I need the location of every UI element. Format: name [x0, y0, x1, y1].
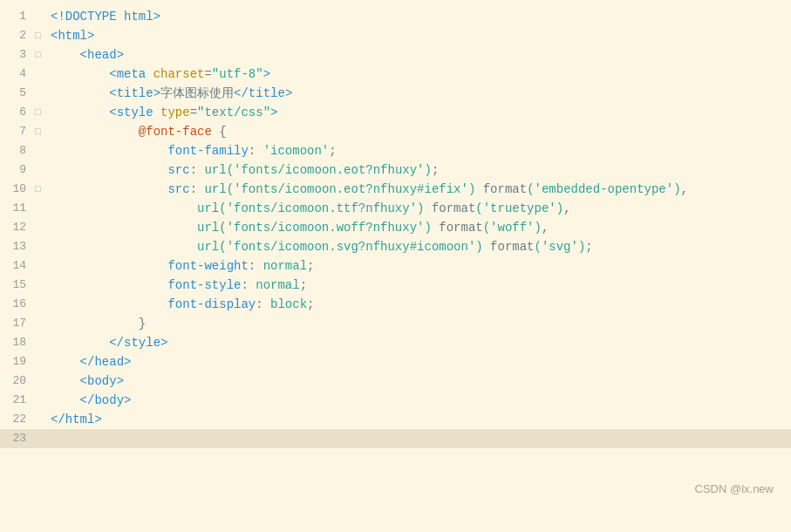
- line-number: 11: [0, 199, 35, 218]
- code-line: 2□<html>: [0, 26, 791, 45]
- code-content: font-style: normal;: [47, 276, 791, 295]
- code-content: </head>: [47, 352, 791, 372]
- code-line: 9 src: url('fonts/icomoon.eot?nfhuxy');: [0, 160, 791, 180]
- fold-icon[interactable]: □: [35, 26, 47, 45]
- line-number: 2: [0, 26, 35, 45]
- code-content: url('fonts/icomoon.ttf?nfhuxy') format('…: [47, 199, 791, 218]
- line-number: 21: [0, 391, 35, 410]
- code-line: 21 </body>: [0, 391, 791, 410]
- code-content: <style type="text/css">: [47, 103, 791, 122]
- code-line: 13 url('fonts/icomoon.svg?nfhuxy#icomoon…: [0, 237, 791, 256]
- line-number: 10: [0, 180, 35, 199]
- line-number: 16: [0, 295, 35, 314]
- line-number: 9: [0, 160, 35, 180]
- fold-icon[interactable]: □: [35, 122, 47, 141]
- code-content: <html>: [47, 26, 791, 45]
- code-line: 16 font-display: block;: [0, 295, 791, 314]
- code-content: </html>: [47, 410, 791, 429]
- line-number: 12: [0, 218, 35, 237]
- code-line: 8 font-family: 'icomoon';: [0, 141, 791, 160]
- line-number: 7: [0, 122, 35, 141]
- fold-icon[interactable]: □: [35, 103, 47, 122]
- fold-icon[interactable]: □: [35, 180, 47, 199]
- line-number: 6: [0, 103, 35, 122]
- code-content: src: url('fonts/icomoon.eot?nfhuxy#iefix…: [47, 180, 791, 199]
- code-content: </style>: [47, 333, 791, 352]
- code-content: }: [47, 314, 791, 333]
- code-content: <!DOCTYPE html>: [47, 7, 791, 26]
- watermark: CSDN @lx.new: [695, 482, 774, 495]
- fold-icon[interactable]: □: [35, 45, 47, 65]
- code-content: </body>: [47, 391, 791, 410]
- code-line: 5 <title>字体图标使用</title>: [0, 84, 791, 103]
- code-line: 10□ src: url('fonts/icomoon.eot?nfhuxy#i…: [0, 180, 791, 199]
- code-content: font-display: block;: [47, 295, 791, 314]
- line-number: 13: [0, 237, 35, 256]
- code-line: 15 font-style: normal;: [0, 276, 791, 295]
- code-content: <head>: [47, 45, 791, 65]
- code-content: <body>: [47, 372, 791, 391]
- line-number: 14: [0, 256, 35, 276]
- line-number: 1: [0, 7, 35, 26]
- line-number: 17: [0, 314, 35, 333]
- line-number: 19: [0, 352, 35, 372]
- line-number: 15: [0, 276, 35, 295]
- code-line: 3□ <head>: [0, 45, 791, 65]
- code-line: 17 }: [0, 314, 791, 333]
- line-number: 22: [0, 410, 35, 429]
- code-line: 4 <meta charset="utf-8">: [0, 65, 791, 84]
- code-content: <title>字体图标使用</title>: [47, 84, 791, 103]
- code-line: 11 url('fonts/icomoon.ttf?nfhuxy') forma…: [0, 199, 791, 218]
- code-content: @font-face {: [47, 122, 791, 141]
- code-editor: 1<!DOCTYPE html>2□<html>3□ <head>4 <meta…: [0, 0, 791, 506]
- code-content: font-family: 'icomoon';: [47, 141, 791, 160]
- code-content: url('fonts/icomoon.woff?nfhuxy') format(…: [47, 218, 791, 237]
- code-line: 7□ @font-face {: [0, 122, 791, 141]
- code-line: 14 font-weight: normal;: [0, 256, 791, 276]
- line-number: 4: [0, 65, 35, 84]
- code-content: <meta charset="utf-8">: [47, 65, 791, 84]
- code-line: 12 url('fonts/icomoon.woff?nfhuxy') form…: [0, 218, 791, 237]
- line-number: 18: [0, 333, 35, 352]
- line-number: 3: [0, 45, 35, 65]
- code-line: 23: [0, 429, 791, 448]
- code-content: font-weight: normal;: [47, 256, 791, 276]
- line-number: 8: [0, 141, 35, 160]
- code-line: 6□ <style type="text/css">: [0, 103, 791, 122]
- line-number: 20: [0, 372, 35, 391]
- code-content: src: url('fonts/icomoon.eot?nfhuxy');: [47, 160, 791, 180]
- code-line: 20 <body>: [0, 372, 791, 391]
- line-number: 5: [0, 84, 35, 103]
- code-line: 1<!DOCTYPE html>: [0, 7, 791, 26]
- code-line: 22</html>: [0, 410, 791, 429]
- code-content: url('fonts/icomoon.svg?nfhuxy#icomoon') …: [47, 237, 791, 256]
- code-line: 19 </head>: [0, 352, 791, 372]
- code-line: 18 </style>: [0, 333, 791, 352]
- line-number: 23: [0, 429, 35, 448]
